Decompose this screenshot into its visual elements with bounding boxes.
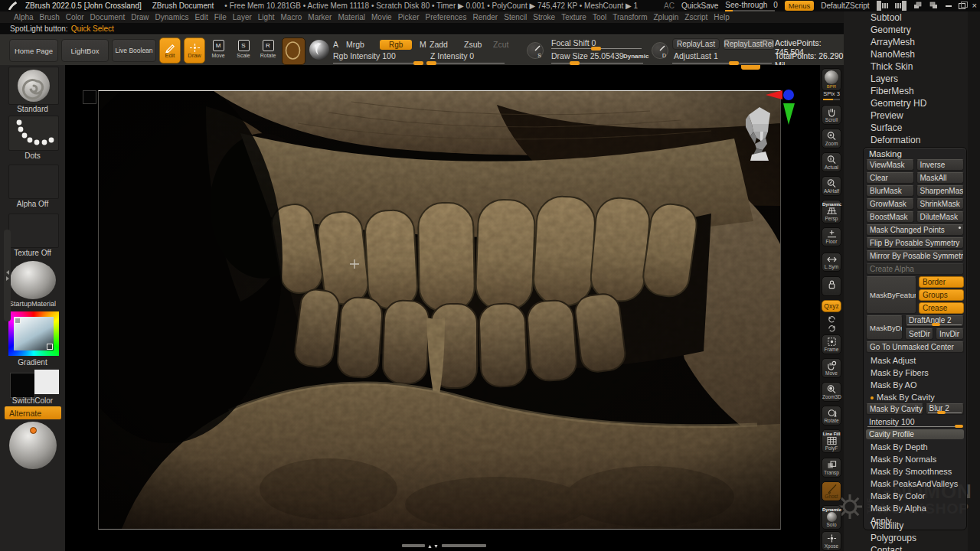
brush-preview-button[interactable] — [282, 37, 305, 65]
draw-size-slider[interactable]: Draw Size 25.05439 — [551, 51, 624, 60]
mask-by-normals-item[interactable]: Mask By Normals — [866, 453, 964, 465]
zsub-button[interactable]: Zsub — [464, 40, 482, 49]
bottom-divider-arrows[interactable]: ▲▼ — [427, 543, 439, 549]
persp-button[interactable]: Dynamic Persp — [822, 200, 841, 223]
palette-layers[interactable]: Layers — [844, 73, 980, 85]
palette-geometry[interactable]: Geometry — [844, 24, 980, 36]
focal-shift-handle[interactable] — [591, 47, 601, 51]
menu-zplugin[interactable]: Zplugin — [652, 13, 681, 21]
ghost-button[interactable]: Ghost — [822, 481, 841, 501]
z-intensity-track[interactable] — [426, 63, 505, 64]
menu-material[interactable]: Material — [336, 13, 367, 21]
palette-geometry-hd[interactable]: Geometry HD — [844, 97, 980, 109]
material-preview-sphere[interactable] — [9, 422, 57, 469]
palette-thick-skin[interactable]: Thick Skin — [844, 60, 980, 73]
shrinkmask-button[interactable]: ShrinkMask — [916, 198, 965, 210]
quicksave-button[interactable]: QuickSave — [681, 2, 718, 10]
menu-dynamics[interactable]: Dynamics — [154, 13, 191, 21]
menu-movie[interactable]: Movie — [370, 13, 394, 21]
axis-gizmo[interactable] — [766, 88, 804, 128]
invdir-button[interactable]: InvDir — [936, 328, 964, 340]
z-intensity-slider[interactable]: Z Intensity 0 — [430, 51, 474, 60]
color-picker-handle-1[interactable] — [15, 318, 21, 324]
maskall-button[interactable]: MaskAll — [916, 172, 965, 184]
current-brush-button[interactable] — [8, 67, 59, 105]
main-color-swatch[interactable] — [10, 373, 35, 398]
mask-by-ao-item[interactable]: Mask By AO — [866, 379, 964, 391]
current-texture-button[interactable] — [8, 214, 59, 248]
spix-slider[interactable]: SPix 3 — [821, 90, 842, 100]
alpha-channel-label[interactable]: A — [333, 40, 338, 49]
menu-picker[interactable]: Picker — [397, 13, 421, 21]
create-alpha-button[interactable]: Create Alpha — [866, 263, 964, 275]
mask-by-cavity-item[interactable]: Mask By Cavity — [866, 391, 964, 403]
palette-nanomesh[interactable]: NanoMesh — [844, 48, 980, 60]
secondary-color-swatch[interactable] — [34, 370, 59, 394]
spin-right-button[interactable] — [822, 324, 841, 333]
mask-by-draft-button[interactable]: MaskByDraft — [866, 315, 903, 340]
mask-by-depth-item[interactable]: Mask By Depth — [866, 441, 964, 453]
mask-changed-points-button[interactable]: Mask Changed Points — [866, 224, 964, 236]
replay-last-rel-button[interactable]: ReplayLastRel — [723, 38, 775, 50]
color-picker-handle-2[interactable] — [47, 344, 53, 350]
menu-stencil[interactable]: Stencil — [502, 13, 528, 21]
growmask-button[interactable]: GrowMask — [866, 198, 914, 210]
palette-arraymesh[interactable]: ArrayMesh — [844, 36, 980, 48]
boostmask-button[interactable]: BoostMask — [866, 211, 914, 223]
rgb-button[interactable]: Rgb — [380, 40, 412, 50]
xpose-button[interactable]: Xpose — [822, 531, 841, 551]
menus-button[interactable]: Menus — [785, 1, 815, 11]
adjust-last-track[interactable] — [672, 63, 772, 64]
focal-shift-dial[interactable]: S — [527, 42, 544, 59]
palette-visibility[interactable]: Visibility — [844, 520, 980, 532]
default-zscript-button[interactable]: DefaultZScript — [821, 2, 869, 10]
menu-layer[interactable]: Layer — [231, 13, 253, 21]
lsym-button[interactable]: L.Sym — [822, 253, 841, 272]
floor-button[interactable]: Floor — [822, 227, 841, 246]
bottom-divider-bar-left[interactable] — [402, 544, 425, 547]
move-mode-button[interactable]: M Move — [209, 40, 227, 63]
mask-by-smoothness-item[interactable]: Mask By Smoothness — [866, 465, 964, 478]
home-page-button[interactable]: Home Page — [9, 39, 58, 62]
palette-contact[interactable]: Contact — [844, 544, 980, 551]
zadd-button[interactable]: Zadd — [430, 40, 448, 49]
mask-by-alpha-item[interactable]: Mask By Alpha — [866, 502, 964, 514]
actual-button[interactable]: Actual — [822, 152, 841, 172]
inverse-button[interactable]: Inverse — [916, 159, 965, 171]
edit-mode-button[interactable]: Edit — [159, 37, 181, 64]
minimize-button[interactable] — [946, 5, 952, 7]
palette-stack2-icon[interactable] — [929, 2, 939, 10]
masking-header[interactable]: Masking — [866, 148, 964, 159]
preview-light-dot[interactable] — [30, 427, 37, 434]
y-axis-arrow[interactable] — [783, 103, 795, 125]
menu-stroke[interactable]: Stroke — [531, 13, 557, 21]
rgb-intensity-slider[interactable]: Rgb Intensity 100 — [333, 51, 396, 60]
menu-file[interactable]: File — [213, 13, 228, 21]
draw-size-track[interactable] — [551, 63, 643, 64]
border-button[interactable]: Border — [919, 276, 964, 288]
menu-light[interactable]: Light — [256, 13, 276, 21]
qxyz-button[interactable]: Qxyz — [822, 300, 841, 312]
lightbox-button[interactable]: LightBox — [61, 39, 109, 62]
current-alpha-button[interactable] — [8, 165, 59, 199]
cavity-blur-slider[interactable]: Blur 2 — [926, 403, 964, 415]
menu-brush[interactable]: Brush — [38, 13, 61, 21]
solo-button[interactable]: Dynamic Solo — [822, 505, 841, 530]
crease-button[interactable]: Crease — [919, 302, 964, 314]
menu-preferences[interactable]: Preferences — [423, 13, 468, 21]
menu-alpha[interactable]: Alpha — [12, 13, 35, 21]
close-button[interactable]: × — [972, 2, 977, 10]
viewmask-button[interactable]: ViewMask — [866, 159, 914, 171]
stroke-preview-button[interactable] — [309, 39, 330, 64]
menu-marker[interactable]: Marker — [306, 13, 333, 21]
clear-button[interactable]: Clear — [866, 172, 914, 184]
left-tray-toggle-icon[interactable] — [877, 1, 888, 11]
cavity-profile-curve[interactable]: Cavity Profile — [866, 429, 964, 439]
palette-preview[interactable]: Preview — [844, 109, 980, 122]
blurmask-button[interactable]: BlurMask — [866, 185, 914, 197]
zoom3d-button[interactable]: Zoom3D — [822, 382, 841, 402]
palette-stack-icon[interactable] — [913, 2, 923, 10]
palette-surface[interactable]: Surface — [844, 122, 980, 134]
zcut-button[interactable]: Zcut — [493, 40, 508, 49]
move-camera-button[interactable]: Move — [822, 358, 841, 378]
